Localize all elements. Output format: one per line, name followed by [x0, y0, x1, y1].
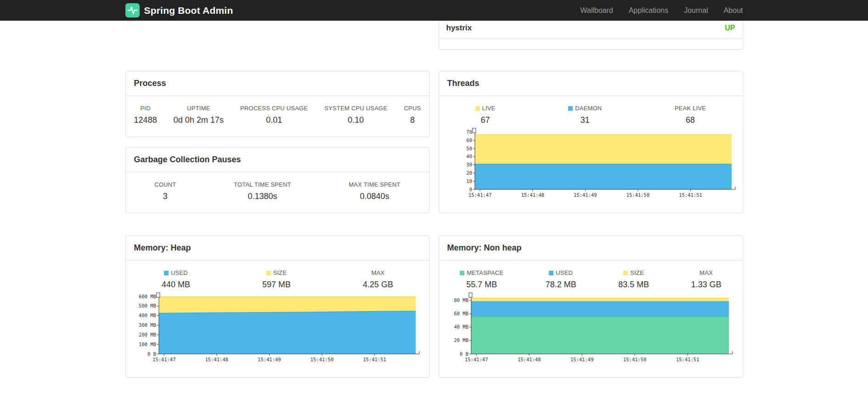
stat-label: MAX TIME SPENT: [349, 181, 400, 188]
legend-label: METASPACE: [467, 269, 503, 276]
brand-link[interactable]: Spring Boot Admin: [125, 3, 233, 17]
legend-value: 68: [686, 115, 695, 125]
nav-links: Wallboard Applications Journal About: [580, 6, 743, 15]
svg-text:15:41:50: 15:41:50: [310, 357, 333, 362]
svg-text:15:41:49: 15:41:49: [574, 192, 597, 198]
threads-panel: Threads LIVE 67 DAEMON 3: [439, 71, 743, 213]
application-status-badge: UP: [725, 24, 735, 32]
svg-text:40: 40: [466, 154, 472, 159]
stat-value: 0.0840s: [360, 192, 389, 201]
stat-label: CPUS: [404, 105, 421, 112]
main-content: Process PID 12488 UPTIME 0d 0h 2m 17s PR…: [125, 21, 743, 378]
daemon-series-marker: [568, 106, 573, 111]
legend-label: MAX: [372, 269, 385, 276]
legend-heap-size: SIZE 597 MB: [262, 269, 291, 290]
svg-text:100 MB: 100 MB: [139, 342, 156, 347]
legend-value: 31: [581, 115, 590, 125]
svg-text:15:41:51: 15:41:51: [676, 357, 699, 362]
svg-text:15:41:51: 15:41:51: [363, 357, 386, 362]
legend-peak-live: PEAK LIVE 68: [675, 105, 706, 125]
nonheap-legend: METASPACE 55.7 MB USED 78.2 MB: [439, 269, 743, 290]
stat-value: 0.01: [266, 115, 282, 125]
svg-text:60: 60: [466, 137, 472, 143]
legend-value: 440 MB: [162, 280, 190, 290]
stat-label: SYSTEM CPU USAGE: [324, 105, 387, 112]
svg-text:20: 20: [466, 170, 472, 176]
threads-panel-title: Threads: [439, 71, 743, 96]
legend-value: 78.2 MB: [546, 280, 576, 290]
svg-text:10: 10: [466, 178, 472, 184]
size-series-marker: [266, 271, 271, 275]
svg-text:0 B: 0 B: [147, 351, 156, 357]
legend-nonheap-size: SIZE 83.5 MB: [618, 269, 649, 290]
right-column: hystrix UP Threads LIVE 67: [439, 21, 743, 378]
legend-label: USED: [556, 269, 573, 276]
svg-text:15:41:48: 15:41:48: [205, 357, 228, 362]
svg-text:15:41:48: 15:41:48: [521, 192, 544, 198]
legend-metaspace: METASPACE 55.7 MB: [460, 269, 503, 290]
legend-nonheap-max: MAX 1.33 GB: [691, 269, 721, 290]
svg-text:20 MB: 20 MB: [454, 337, 468, 343]
memory-nonheap-chart: 0 B20 MB40 MB60 MB80 MB15:41:4715:41:481…: [439, 292, 743, 366]
legend-value: 67: [481, 115, 490, 125]
svg-text:600 MB: 600 MB: [139, 294, 156, 299]
stat-label: PROCESS CPU USAGE: [240, 105, 308, 112]
svg-text:500 MB: 500 MB: [139, 303, 156, 308]
svg-text:15:41:50: 15:41:50: [626, 192, 649, 198]
stat-pid: PID 12488: [134, 105, 157, 125]
svg-text:15:41:47: 15:41:47: [464, 357, 488, 362]
legend-heap-max: MAX 4.25 GB: [363, 269, 393, 290]
stat-label: UPTIME: [187, 105, 210, 112]
legend-heap-used: USED 440 MB: [162, 269, 190, 290]
stat-process-cpu-usage: PROCESS CPU USAGE 0.01: [240, 105, 308, 125]
stat-label: PID: [140, 105, 150, 112]
legend-value: 83.5 MB: [618, 280, 649, 290]
process-panel: Process PID 12488 UPTIME 0d 0h 2m 17s PR…: [125, 71, 430, 137]
svg-text:70: 70: [466, 129, 472, 135]
live-series-marker: [475, 106, 480, 111]
svg-text:15:41:48: 15:41:48: [517, 357, 541, 362]
svg-text:0: 0: [469, 187, 472, 192]
legend-label: PEAK LIVE: [675, 105, 706, 112]
nonheap-panel-title: Memory: Non heap: [439, 236, 743, 261]
nav-link-about[interactable]: About: [724, 6, 743, 15]
svg-text:15:41:47: 15:41:47: [468, 192, 491, 198]
legend-value: 1.33 GB: [691, 280, 721, 290]
legend-value: 597 MB: [262, 280, 291, 290]
metaspace-series-marker: [460, 271, 464, 275]
legend-nonheap-used: USED 78.2 MB: [546, 269, 576, 290]
svg-text:400 MB: 400 MB: [139, 313, 156, 318]
used-series-marker: [164, 271, 169, 275]
heap-legend: USED 440 MB SIZE 597 MB MAX: [126, 269, 429, 290]
gc-panel-title: Garbage Collection Pauses: [126, 148, 429, 172]
legend-daemon: DAEMON 31: [568, 105, 602, 125]
stat-value: 0d 0h 2m 17s: [174, 115, 224, 125]
gc-stats: COUNT 3 TOTAL TIME SPENT 0.1380s MAX TIM…: [126, 181, 429, 201]
legend-label: MAX: [699, 269, 713, 276]
application-name[interactable]: hystrix: [446, 23, 472, 33]
stat-gc-max-time: MAX TIME SPENT 0.0840s: [349, 181, 400, 201]
memory-heap-chart: 0 B100 MB200 MB300 MB400 MB500 MB600 MB1…: [126, 292, 429, 366]
nav-link-applications[interactable]: Applications: [629, 6, 668, 15]
stat-cpus: CPUS 8: [404, 105, 421, 125]
nav-link-journal[interactable]: Journal: [684, 6, 708, 15]
application-row[interactable]: hystrix UP: [439, 21, 743, 39]
stat-uptime: UPTIME 0d 0h 2m 17s: [174, 105, 224, 125]
stat-value: 8: [410, 115, 415, 125]
nav-link-wallboard[interactable]: Wallboard: [580, 6, 613, 15]
svg-text:80 MB: 80 MB: [454, 297, 468, 303]
svg-text:15:41:50: 15:41:50: [623, 357, 646, 362]
memory-heap-panel: Memory: Heap USED 440 MB SIZE: [125, 235, 430, 378]
threads-legend: LIVE 67 DAEMON 31 PEAK LIVE: [439, 105, 743, 125]
stat-value: 0.10: [348, 115, 364, 125]
size-series-marker: [623, 271, 628, 275]
left-column: Process PID 12488 UPTIME 0d 0h 2m 17s PR…: [125, 21, 430, 378]
svg-text:200 MB: 200 MB: [139, 332, 156, 337]
stat-value: 12488: [134, 115, 157, 125]
legend-value: 55.7 MB: [466, 280, 497, 290]
garbage-collection-panel: Garbage Collection Pauses COUNT 3 TOTAL …: [125, 147, 430, 213]
heap-panel-title: Memory: Heap: [126, 236, 429, 261]
used-series-marker: [549, 271, 553, 275]
spring-boot-admin-logo-icon: [125, 3, 140, 17]
svg-text:15:41:51: 15:41:51: [679, 192, 702, 198]
